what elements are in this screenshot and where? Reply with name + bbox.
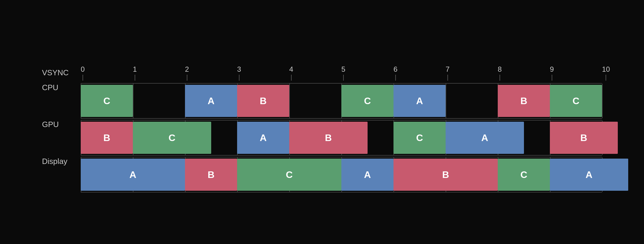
vsync-label: VSYNC	[42, 68, 81, 77]
vsync-tick: 1	[133, 65, 137, 81]
vsync-tick: 10	[602, 65, 610, 81]
block-cpu-5: B	[498, 85, 550, 117]
main-container: VSYNC012345678910CPUCABCABCGPUBCABCABDis…	[24, 38, 620, 206]
vsync-tick-line	[552, 75, 552, 81]
vsync-ticks: 012345678910	[81, 65, 602, 80]
vsync-tick-line	[395, 75, 396, 81]
block-display-4: B	[393, 159, 498, 191]
vsync-tick-line	[447, 75, 448, 81]
vsync-tick-label: 7	[446, 65, 449, 73]
grid-line	[602, 84, 603, 118]
block-gpu-2: A	[237, 122, 289, 154]
block-gpu-4: C	[393, 122, 446, 154]
block-cpu-6: C	[550, 85, 602, 117]
block-cpu-0: C	[81, 85, 133, 117]
track-gpu: BCABCAB	[81, 120, 602, 156]
row-label-gpu: GPU	[42, 120, 81, 156]
block-gpu-1: C	[133, 122, 211, 154]
block-display-3: A	[341, 159, 393, 191]
block-display-2: C	[237, 159, 341, 191]
vsync-tick: 0	[81, 65, 85, 81]
vsync-tick-label: 0	[81, 65, 85, 73]
block-gpu-0: B	[81, 122, 133, 154]
block-gpu-6: B	[550, 122, 618, 154]
vsync-tick-label: 5	[341, 65, 345, 73]
block-display-5: C	[498, 159, 550, 191]
vsync-tick-label: 8	[498, 65, 502, 73]
vsync-tick-label: 3	[237, 65, 241, 73]
row-label-cpu: CPU	[42, 83, 81, 119]
row-label-display: Display	[42, 157, 81, 193]
vsync-tick: 2	[185, 65, 189, 81]
vsync-tick: 7	[446, 65, 449, 81]
block-display-0: A	[81, 159, 185, 191]
block-gpu-5: A	[446, 122, 524, 154]
vsync-tick-label: 6	[393, 65, 397, 73]
block-display-1: B	[185, 159, 237, 191]
track-display: ABCABCA	[81, 157, 602, 193]
vsync-tick-line	[291, 75, 292, 81]
vsync-tick-line	[606, 75, 606, 81]
vsync-tick-line	[239, 75, 239, 81]
vsync-tick: 5	[341, 65, 345, 81]
vsync-tick: 9	[550, 65, 554, 81]
grid-line	[446, 84, 446, 118]
diagram: VSYNC012345678910CPUCABCABCGPUBCABCABDis…	[42, 65, 602, 193]
timeline-row-cpu: CPUCABCABC	[42, 83, 602, 119]
vsync-tick-line	[500, 75, 500, 81]
timeline-row-display: DisplayABCABCA	[42, 157, 602, 193]
grid-line	[133, 84, 133, 118]
vsync-tick: 8	[498, 65, 502, 81]
vsync-tick-label: 1	[133, 65, 137, 73]
vsync-row: VSYNC012345678910	[42, 65, 602, 80]
vsync-tick-line	[343, 75, 344, 81]
track-cpu: CABCABC	[81, 83, 602, 119]
block-display-6: A	[550, 159, 628, 191]
block-gpu-3: B	[289, 122, 368, 154]
vsync-tick: 6	[393, 65, 397, 81]
vsync-tick: 4	[289, 65, 293, 81]
block-cpu-4: A	[393, 85, 446, 117]
grid-line	[289, 84, 290, 118]
timeline-row-gpu: GPUBCABCAB	[42, 120, 602, 156]
vsync-tick-line	[135, 75, 135, 81]
block-cpu-2: B	[237, 85, 289, 117]
vsync-tick: 3	[237, 65, 241, 81]
vsync-tick-line	[187, 75, 187, 81]
vsync-tick-line	[83, 75, 83, 81]
vsync-tick-label: 10	[602, 65, 610, 73]
vsync-tick-label: 4	[289, 65, 293, 73]
vsync-tick-label: 9	[550, 65, 554, 73]
vsync-tick-label: 2	[185, 65, 189, 73]
block-cpu-1: A	[185, 85, 237, 117]
block-cpu-3: C	[341, 85, 393, 117]
